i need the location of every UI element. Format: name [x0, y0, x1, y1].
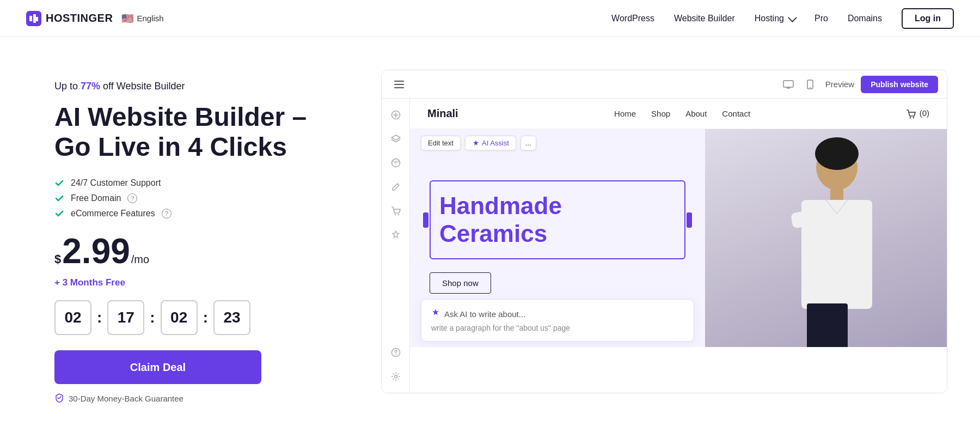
- builder-toolbar: Preview Publish website: [382, 70, 947, 99]
- ai-input-placeholder: write a paragraph for the "about us" pag…: [431, 324, 684, 332]
- sidebar-tool-shop[interactable]: [386, 201, 406, 221]
- guarantee-text: 30-Day Money-Back Guarantee: [69, 394, 183, 403]
- hero-person-figure: [705, 129, 947, 347]
- header: HOSTINGER 🇺🇸 English WordPress Website B…: [0, 0, 980, 37]
- countdown-timer: 02 : 17 : 02 : 23: [54, 300, 338, 335]
- svg-point-17: [910, 117, 911, 118]
- free-months: + 3 Months Free: [54, 277, 338, 288]
- countdown-sep-3: :: [203, 309, 208, 326]
- nav-item-wordpress[interactable]: WordPress: [611, 14, 654, 23]
- hero-text-box[interactable]: Handmade Ceramics: [430, 180, 685, 259]
- svg-point-12: [394, 214, 395, 215]
- countdown-sep-1: :: [97, 309, 102, 326]
- nav-item-pro[interactable]: Pro: [814, 14, 828, 23]
- person-svg: [750, 129, 902, 347]
- edit-toolbar: Edit text AI Assist ...: [421, 136, 536, 150]
- sidebar-tool-add[interactable]: [386, 105, 406, 125]
- sidebar-tool-magic[interactable]: [386, 225, 406, 245]
- svg-rect-22: [830, 186, 843, 202]
- mobile-icon-btn[interactable]: [801, 76, 819, 93]
- header-nav: WordPress Website Builder Hosting Pro Do…: [611, 8, 954, 29]
- logo-link[interactable]: HOSTINGER: [26, 11, 113, 26]
- header-left: HOSTINGER 🇺🇸 English: [26, 11, 164, 26]
- svg-point-9: [810, 87, 811, 88]
- sidebar-tool-layers[interactable]: [386, 129, 406, 149]
- hamburger-icon-btn[interactable]: [390, 76, 408, 93]
- ai-star-icon: [431, 308, 440, 319]
- builder-preview: Preview Publish website: [381, 70, 947, 393]
- svg-point-15: [395, 354, 396, 355]
- lang-label: English: [137, 14, 163, 23]
- price-display: $ 2.99 /mo: [54, 234, 338, 269]
- site-nav-contact[interactable]: Contact: [722, 109, 750, 118]
- site-cart: (0): [906, 108, 929, 119]
- lang-selector[interactable]: 🇺🇸 English: [121, 13, 163, 25]
- ecommerce-tooltip-icon[interactable]: ?: [162, 209, 171, 218]
- price-section: $ 2.99 /mo: [54, 234, 338, 269]
- ai-panel: Ask AI to write about... write a paragra…: [421, 299, 694, 342]
- site-hero-content: Edit text AI Assist ...: [410, 129, 705, 347]
- sidebar-tool-help[interactable]: [386, 343, 406, 362]
- sidebar-tool-edit[interactable]: [386, 177, 406, 197]
- sidebar-tool-theme[interactable]: [386, 153, 406, 173]
- site-hero: Edit text AI Assist ...: [410, 129, 947, 347]
- features-list: 24/7 Customer Support Free Domain ? eCom…: [54, 178, 338, 218]
- svg-rect-6: [783, 81, 793, 87]
- nav-item-hosting[interactable]: Hosting: [755, 14, 795, 23]
- more-options-button[interactable]: ...: [520, 136, 536, 150]
- svg-rect-2: [36, 17, 38, 21]
- countdown-seconds: 02: [161, 300, 198, 335]
- hosting-chevron-icon: [788, 13, 797, 22]
- desktop-icon-btn[interactable]: [780, 76, 797, 93]
- countdown-hours: 02: [54, 300, 91, 335]
- nav-item-domains[interactable]: Domains: [848, 14, 882, 23]
- ai-assist-button[interactable]: AI Assist: [465, 136, 516, 150]
- site-headline: Handmade Ceramics: [439, 192, 676, 247]
- preview-label[interactable]: Preview: [825, 80, 854, 89]
- logo-icon: [26, 11, 41, 26]
- price-period: /mo: [131, 253, 149, 266]
- feature-item-ecommerce: eCommerce Features ?: [54, 209, 338, 218]
- site-hero-image: [705, 129, 947, 347]
- builder-canvas: Minali Home Shop About Contact (0): [410, 99, 947, 393]
- sidebar-tool-settings[interactable]: [386, 367, 406, 386]
- guarantee-label: 30-Day Money-Back Guarantee: [54, 393, 338, 404]
- countdown-sep-2: :: [150, 309, 155, 326]
- svg-rect-5: [394, 87, 404, 88]
- price-number: 2.99: [62, 234, 130, 269]
- site-nav-links: Home Shop About Contact: [614, 109, 750, 118]
- device-toggle: [780, 76, 819, 93]
- svg-point-21: [815, 137, 859, 170]
- svg-point-16: [394, 375, 397, 378]
- feature-support-text: 24/7 Customer Support: [71, 178, 161, 188]
- feature-ecommerce-text: eCommerce Features: [71, 209, 155, 218]
- edit-text-button[interactable]: Edit text: [421, 136, 461, 150]
- svg-rect-27: [820, 303, 848, 347]
- site-nav: Minali Home Shop About Contact (0): [410, 99, 947, 129]
- site-nav-about[interactable]: About: [685, 109, 707, 118]
- shield-icon: [54, 393, 64, 404]
- price-dollar: $: [54, 252, 61, 266]
- ai-panel-title: Ask AI to write about...: [444, 309, 525, 319]
- main-content: Up to 77% off Website Builder AI Website…: [0, 37, 980, 426]
- svg-rect-0: [29, 16, 32, 21]
- site-nav-shop[interactable]: Shop: [651, 109, 670, 118]
- svg-rect-1: [33, 14, 36, 23]
- svg-rect-4: [394, 84, 404, 85]
- check-icon-ecommerce: [54, 209, 64, 218]
- promo-tag: Up to 77% off Website Builder: [54, 81, 338, 92]
- shop-now-button[interactable]: Shop now: [430, 272, 491, 294]
- svg-point-18: [913, 117, 914, 118]
- ai-panel-header: Ask AI to write about...: [431, 308, 684, 319]
- nav-item-website-builder[interactable]: Website Builder: [674, 14, 735, 23]
- svg-rect-3: [394, 81, 404, 82]
- cart-count: (0): [920, 108, 929, 118]
- builder-body: Minali Home Shop About Contact (0): [382, 99, 947, 393]
- domain-tooltip-icon[interactable]: ?: [127, 193, 137, 203]
- login-button[interactable]: Log in: [902, 8, 954, 29]
- hero-section: Up to 77% off Website Builder AI Website…: [54, 70, 338, 404]
- claim-deal-button[interactable]: Claim Deal: [54, 350, 261, 384]
- site-nav-home[interactable]: Home: [614, 109, 636, 118]
- toolbar-left: [390, 76, 408, 93]
- publish-button[interactable]: Publish website: [861, 76, 938, 93]
